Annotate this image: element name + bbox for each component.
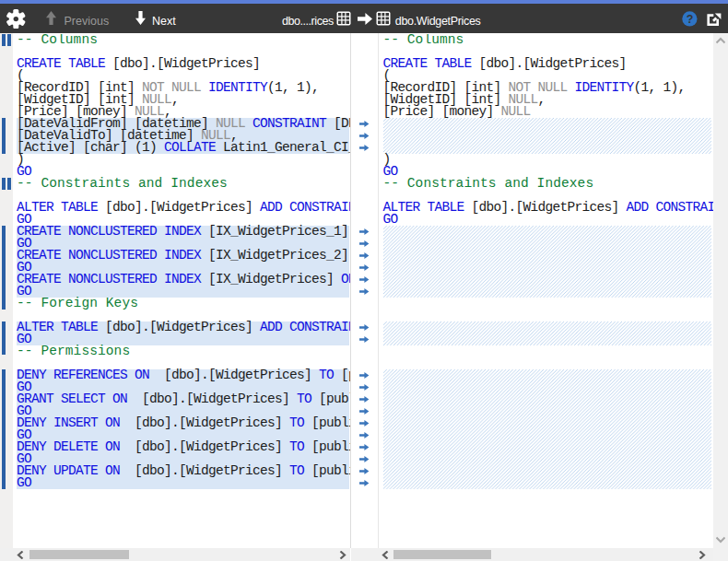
svg-text:?: ? [687,13,694,26]
